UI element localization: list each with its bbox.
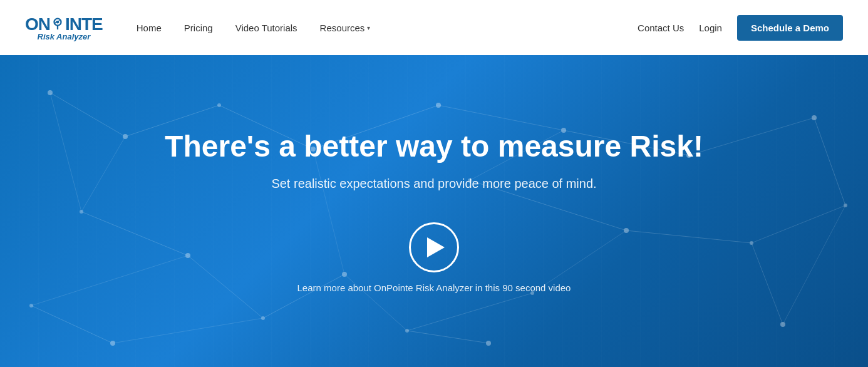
play-icon — [427, 237, 445, 257]
nav-resources-label: Resources — [320, 23, 365, 33]
nav-home[interactable]: Home — [128, 18, 170, 38]
nav-video-tutorials[interactable]: Video Tutorials — [227, 18, 306, 38]
hero-section: There's a better way to measure Risk! Se… — [0, 55, 868, 367]
nav-login[interactable]: Login — [699, 23, 722, 33]
hero-content: There's a better way to measure Risk! Se… — [140, 129, 728, 292]
hero-title: There's a better way to measure Risk! — [165, 129, 703, 163]
svg-line-49 — [783, 205, 845, 324]
svg-line-44 — [752, 205, 845, 243]
hero-subtitle: Set realistic expectations and provide m… — [271, 177, 596, 191]
navbar-right: Contact Us Login Schedule a Demo — [638, 15, 843, 41]
navbar: ON INTE Risk Analyzer Home Pricing Video… — [0, 0, 868, 55]
nav-contact[interactable]: Contact Us — [638, 23, 684, 33]
svg-line-32 — [113, 318, 263, 343]
navbar-left: ON INTE Risk Analyzer Home Pricing Video… — [25, 14, 379, 41]
svg-line-31 — [31, 306, 113, 343]
play-button[interactable] — [409, 222, 459, 272]
svg-line-46 — [407, 331, 488, 343]
logo-subtitle: Risk Analyzer — [38, 32, 91, 41]
svg-line-34 — [81, 137, 125, 212]
nav-links: Home Pricing Video Tutorials Resources ▾ — [128, 18, 380, 38]
play-button-container: Learn more about OnPointe Risk Analyzer … — [297, 222, 571, 293]
chevron-down-icon: ▾ — [367, 24, 370, 31]
svg-line-45 — [407, 293, 532, 331]
logo[interactable]: ON INTE Risk Analyzer — [25, 14, 103, 41]
nav-resources[interactable]: Resources ▾ — [311, 18, 380, 38]
svg-line-28 — [50, 93, 81, 212]
logo-pin-icon — [51, 16, 65, 30]
nav-pricing[interactable]: Pricing — [175, 18, 222, 38]
svg-line-48 — [752, 243, 783, 324]
svg-line-25 — [50, 93, 125, 137]
svg-line-39 — [814, 118, 845, 205]
play-caption: Learn more about OnPointe Risk Analyzer … — [297, 282, 571, 293]
schedule-demo-button[interactable]: Schedule a Demo — [737, 15, 843, 41]
svg-line-36 — [438, 105, 564, 130]
